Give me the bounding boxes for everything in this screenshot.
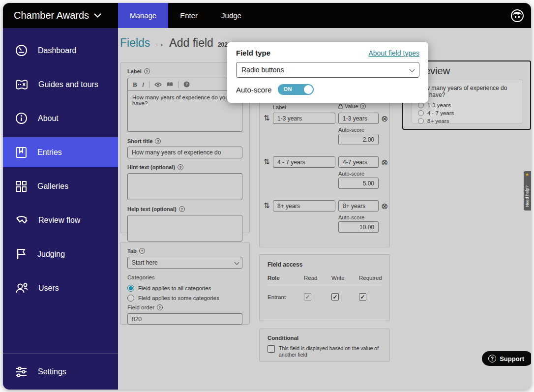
nav-tab-manage[interactable]: Manage: [118, 3, 168, 28]
editor-help-icon[interactable]: ?: [183, 81, 190, 88]
richtext-toolbar: B I ?: [127, 78, 242, 90]
sidebar-item-judging[interactable]: Judging: [3, 239, 118, 269]
breadcrumb-fields-link[interactable]: Fields: [120, 36, 150, 50]
help-question-icon[interactable]: ?: [360, 103, 366, 109]
grid-icon: [15, 180, 28, 193]
map-icon: [15, 78, 29, 91]
account-switcher[interactable]: Chamber Awards: [3, 10, 118, 21]
option-value-input[interactable]: [338, 200, 379, 211]
sidebar-item-label: Entries: [37, 148, 62, 157]
conditional-panel: Conditional This field is displayed base…: [259, 329, 390, 362]
sliders-icon: [15, 365, 28, 378]
sidebar-item-settings[interactable]: Settings: [3, 357, 118, 387]
remove-option-icon[interactable]: ⊗: [381, 202, 388, 211]
field-type-popup: Field type About field types Radio butto…: [227, 42, 428, 103]
write-checkbox[interactable]: ✓: [331, 293, 339, 301]
nav-tab-enter[interactable]: Enter: [168, 3, 209, 28]
tab-select[interactable]: Start here: [127, 257, 242, 269]
field-order-label: Field order ?: [127, 304, 242, 310]
question-circle-icon: ?: [488, 355, 496, 362]
sidebar-item-label: Judging: [37, 250, 65, 259]
drag-sort-icon[interactable]: ⇅: [264, 114, 270, 122]
drag-sort-icon[interactable]: ⇅: [264, 201, 270, 210]
field-order-input[interactable]: [127, 313, 242, 325]
remove-option-icon[interactable]: ⊗: [381, 115, 388, 123]
autoscore-label: Auto-score: [338, 214, 364, 220]
read-checkbox[interactable]: ✓: [304, 293, 311, 301]
option-label-input[interactable]: [273, 156, 335, 168]
preview-option[interactable]: 1-3 years: [418, 102, 517, 108]
preview-option-label: 8+ years: [427, 118, 449, 124]
need-help-tab[interactable]: ★ Need help?: [524, 171, 531, 211]
help-question-icon[interactable]: ?: [144, 68, 150, 74]
bookmark-icon: [15, 146, 28, 159]
breadcrumb-arrow: →: [154, 37, 165, 49]
option-value-input[interactable]: [338, 156, 379, 168]
conditional-checkbox-label[interactable]: This field is displayed based on the val…: [279, 345, 382, 358]
preview-option[interactable]: 8+ years: [418, 118, 517, 124]
sidebar-item-review-flow[interactable]: Review flow: [3, 205, 118, 235]
nav-tab-judge[interactable]: Judge: [209, 3, 253, 28]
sidebar-item-about[interactable]: About: [3, 103, 118, 133]
autoscore-label: Auto-score: [338, 171, 364, 177]
support-button[interactable]: ? Support: [482, 351, 531, 366]
sidebar: Dashboard Guides and tours About: [3, 28, 118, 390]
popup-title: Field type: [236, 49, 270, 57]
drag-sort-icon[interactable]: ⇅: [264, 157, 270, 166]
option-value-input[interactable]: [338, 113, 379, 124]
categories-radio-all[interactable]: Field applies to all categories: [127, 285, 242, 292]
sidebar-item-galleries[interactable]: Galleries: [3, 171, 118, 201]
about-field-types-link[interactable]: About field types: [368, 49, 419, 57]
sidebar-item-users[interactable]: Users: [3, 273, 118, 303]
merge-fields-icon[interactable]: [167, 82, 173, 87]
conditional-checkbox[interactable]: [267, 345, 275, 353]
help-question-icon[interactable]: ?: [157, 304, 163, 310]
radio-label: Field applies to all categories: [138, 285, 211, 291]
need-help-label: Need help?: [525, 185, 530, 207]
sidebar-item-label: Users: [38, 284, 59, 293]
field-type-select[interactable]: Radio buttons: [236, 62, 419, 78]
help-question-icon[interactable]: ?: [178, 164, 183, 170]
hint-text-input[interactable]: [127, 173, 242, 200]
sidebar-item-guides[interactable]: Guides and tours: [3, 69, 118, 99]
remove-option-icon[interactable]: ⊗: [381, 158, 388, 167]
italic-button[interactable]: I: [142, 81, 144, 89]
autoscore-toggle[interactable]: ON: [278, 84, 314, 95]
fa-col-role: Role: [267, 275, 304, 281]
fa-role-cell: Entrant: [267, 294, 304, 300]
help-question-icon[interactable]: ?: [179, 206, 185, 212]
toolbar-divider: [149, 81, 149, 88]
sidebar-item-label: Review flow: [38, 216, 80, 225]
categories-label: Categories: [127, 274, 242, 280]
sidebar-item-dashboard[interactable]: Dashboard: [3, 35, 118, 65]
help-question-icon[interactable]: ?: [155, 138, 161, 144]
fa-col-required: Required: [359, 275, 393, 281]
label-richtext-input[interactable]: How many years of experience do you have…: [127, 90, 242, 132]
preview-eye-icon[interactable]: [154, 82, 162, 87]
tab-panel: Tab ? Start here Categories Field applie…: [120, 242, 250, 325]
top-bar: Chamber Awards Manage Enter Judge: [3, 3, 531, 28]
categories-radio-some[interactable]: Field applies to some categories: [127, 295, 242, 302]
toggle-knob: [304, 85, 313, 94]
sidebar-divider: [3, 354, 118, 354]
option-autoscore-input[interactable]: [338, 134, 379, 145]
option-autoscore-input[interactable]: [338, 178, 379, 189]
fa-col-write: Write: [331, 275, 359, 281]
help-text-input[interactable]: [127, 215, 242, 241]
conditional-title: Conditional: [267, 335, 382, 341]
bold-button[interactable]: B: [133, 81, 137, 89]
preview-option-label: 4 - 7 years: [427, 110, 454, 116]
preview-option[interactable]: 4 - 7 years: [418, 110, 517, 116]
option-label-input[interactable]: [273, 113, 335, 124]
help-question-icon[interactable]: ?: [139, 248, 145, 254]
radio-selected-icon: [127, 285, 134, 292]
required-checkbox[interactable]: ✓: [359, 293, 366, 301]
radio-unselected-icon: [418, 102, 424, 108]
sidebar-item-label: About: [38, 114, 59, 123]
user-avatar-icon[interactable]: [509, 8, 525, 24]
option-label-input[interactable]: [273, 200, 335, 211]
option-autoscore-input[interactable]: [338, 221, 379, 233]
sidebar-item-entries[interactable]: Entries: [3, 137, 118, 167]
svg-text:?: ?: [185, 82, 188, 87]
short-title-input[interactable]: [127, 147, 242, 158]
